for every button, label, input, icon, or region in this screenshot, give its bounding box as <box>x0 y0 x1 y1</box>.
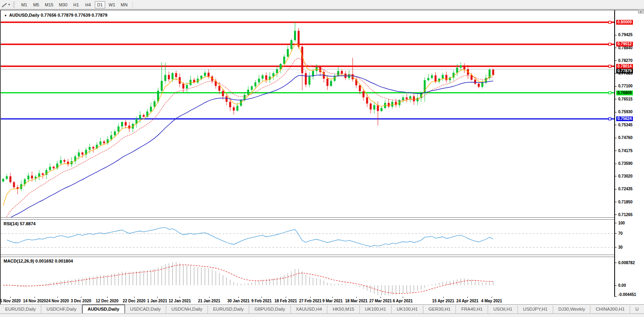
timeframe-m5[interactable]: M5 <box>31 1 41 8</box>
date-label: 12 Dec 2020 <box>96 299 118 303</box>
date-tick <box>333 297 333 298</box>
macd-tick-label: -0.004451 <box>618 292 636 297</box>
rsi-chart[interactable] <box>1 220 614 255</box>
chart-tab-ger30-h1[interactable]: GER30,H1 <box>423 305 456 313</box>
date-label: 24 Apr 2021 <box>456 299 479 303</box>
date-tick <box>35 297 35 298</box>
level-price-badge: 0.78014 <box>616 64 633 69</box>
timeframe-h4[interactable]: H4 <box>83 1 93 8</box>
rsi-tick-label: 70 <box>618 231 623 236</box>
price-tick <box>615 86 617 87</box>
date-label: 27 Mar 2021 <box>369 299 392 303</box>
price-tick <box>615 48 617 48</box>
rsi-line <box>7 227 493 246</box>
chart-tab-hk50-m15[interactable]: HK50,M15 <box>327 305 359 313</box>
chart-tab-u[interactable]: U <box>630 305 644 313</box>
price-tick <box>615 202 617 202</box>
date-label: 3 Dec 2020 <box>71 299 91 303</box>
chart-tab-uk100-h1[interactable]: UK100,H1 <box>392 305 423 313</box>
date-label: 14 Nov 2020 <box>23 299 46 303</box>
timeframe-h1[interactable]: H1 <box>71 1 81 8</box>
macd-histogram <box>3 262 493 295</box>
chart-tab-eurusd-daily[interactable]: EURUSD,Daily <box>0 305 41 313</box>
chart-tab-audusd-daily[interactable]: AUDUSD,Daily <box>82 305 125 313</box>
rsi-tick-label: 30 <box>618 245 623 249</box>
price-tick <box>615 125 617 125</box>
price-tick <box>615 151 617 151</box>
timeframe-w1[interactable]: W1 <box>107 1 117 8</box>
date-label: 30 Jan 2021 <box>227 299 250 303</box>
rsi-scale[interactable]: 1007030 <box>615 220 644 255</box>
chart-tab-xauusd-h4[interactable]: XAUUSD,H4 <box>291 305 328 313</box>
chart-tab-usoil-h1[interactable]: USOil,H1 <box>488 305 518 313</box>
date-label: 27 Feb 2021 <box>299 299 322 303</box>
timeframe-m15[interactable]: M15 <box>43 1 55 8</box>
chart-tab-usdcad-daily[interactable]: USDCAD,Daily <box>125 305 166 313</box>
chevron-down-icon[interactable]: ▼ <box>4 14 7 17</box>
chart-tab-uk100-h1[interactable]: UK100,H1 <box>360 305 392 313</box>
date-tick <box>157 297 158 298</box>
price-scale[interactable]: ▲ 0.794250.788400.782700.776850.771000.7… <box>615 10 644 217</box>
chart-tab-fra40-h1[interactable]: FRA40,H1 <box>456 305 488 313</box>
price-chart-panel[interactable]: ▼AUDUSD,Daily 0.77656 0.77879 0.77639 0.… <box>1 10 614 217</box>
chevron-down-icon[interactable]: ▾ <box>8 3 10 6</box>
price-tick-label: 0.73590 <box>618 161 632 166</box>
macd-chart[interactable] <box>1 257 614 297</box>
time-scale[interactable]: 5 Nov 202014 Nov 202024 Nov 20203 Dec 20… <box>1 297 644 305</box>
date-tick <box>238 297 239 298</box>
timeframe-d1[interactable]: D1 <box>95 1 105 8</box>
chart-tab-eurusd-daily[interactable]: EURUSD,Daily <box>208 305 249 313</box>
price-tick-label: 0.78270 <box>618 58 632 63</box>
date-tick <box>107 297 108 298</box>
price-tick-label: 0.74175 <box>618 149 632 153</box>
macd-indicator-panel[interactable]: MACD(12,26,9) 0.001692 0.001804 <box>1 257 614 297</box>
current-price-badge: 0.77879 <box>616 69 633 73</box>
price-tick <box>615 176 617 176</box>
candlestick-chart[interactable] <box>1 10 614 217</box>
level-handle[interactable] <box>609 43 611 45</box>
timeframe-m30[interactable]: M30 <box>57 1 69 8</box>
date-label: 15 Apr 2021 <box>432 299 454 303</box>
top-toolbar: ▾ M1M5M15M30H1H4D1W1MN <box>0 0 644 10</box>
date-tick <box>286 297 286 298</box>
fast-ma <box>3 44 493 205</box>
chart-tab-gbpusd-daily[interactable]: GBPUSD,Daily <box>249 305 290 313</box>
date-tick <box>492 297 492 298</box>
candles <box>2 22 494 194</box>
axis-scroll-button[interactable]: ▲ <box>638 10 644 14</box>
timeframe-mn[interactable]: MN <box>119 1 129 8</box>
level-handle[interactable] <box>609 118 611 120</box>
level-price-badge: 0.79012 <box>616 42 633 46</box>
level-handle[interactable] <box>609 92 611 94</box>
date-tick <box>81 297 81 298</box>
chart-tab-usdchf-daily[interactable]: USDCHF,Daily <box>41 305 82 313</box>
macd-label: MACD(12,26,9) 0.001692 0.001804 <box>4 259 73 263</box>
toolbar-separator <box>133 2 133 8</box>
date-tick <box>180 297 180 298</box>
price-tick-label: 0.74760 <box>618 135 632 140</box>
date-label: 9 Feb 2021 <box>251 299 271 303</box>
rsi-tick-label: 100 <box>618 221 625 225</box>
date-tick <box>403 297 403 298</box>
chart-tab-usdcnh-daily[interactable]: USDCNH,Daily <box>166 305 208 313</box>
price-tick-label: 0.73020 <box>618 174 632 178</box>
rsi-tick <box>615 247 617 247</box>
line-tool-icon[interactable] <box>1 1 8 8</box>
date-tick <box>381 297 381 298</box>
chart-title: ▼AUDUSD,Daily 0.77656 0.77879 0.77639 0.… <box>4 13 108 17</box>
chart-tab-usdjpy-h1[interactable]: USDJPY,H1 <box>518 305 553 313</box>
timeframe-m1[interactable]: M1 <box>19 1 29 8</box>
mid-ma <box>3 58 493 217</box>
date-tick <box>467 297 468 298</box>
chart-tab-china300-h1[interactable]: CHINA300,H1 <box>590 305 630 313</box>
date-tick <box>58 297 58 298</box>
rsi-indicator-panel[interactable]: RSI(14) 57.8874 <box>1 220 614 255</box>
level-handle[interactable] <box>609 21 611 23</box>
price-tick-label: 0.76515 <box>618 97 632 101</box>
macd-scale[interactable]: 0.0087820.00-0.004451 <box>615 257 644 297</box>
chart-tab-dj30-weekly[interactable]: DJ30,Weekly <box>553 305 591 313</box>
price-tick <box>615 112 617 112</box>
price-tick <box>615 35 617 35</box>
level-handle[interactable] <box>609 65 611 68</box>
date-label: 21 Jan 2021 <box>198 299 220 303</box>
